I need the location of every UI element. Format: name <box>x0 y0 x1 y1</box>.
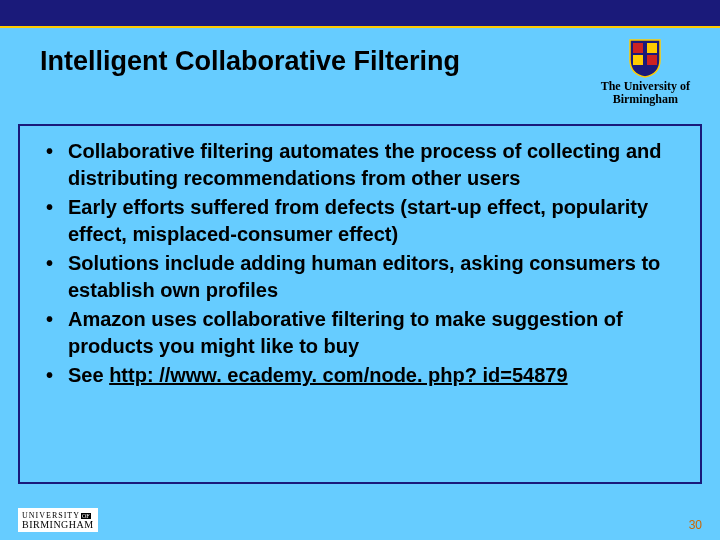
top-bar <box>0 0 720 28</box>
bullet-list: Collaborative filtering automates the pr… <box>40 138 680 389</box>
slide-title: Intelligent Collaborative Filtering <box>40 46 601 77</box>
svg-rect-3 <box>647 55 657 65</box>
svg-rect-2 <box>633 55 643 65</box>
header-row: Intelligent Collaborative Filtering The … <box>0 28 720 116</box>
university-label: The University of Birmingham <box>601 80 690 106</box>
svg-rect-0 <box>633 43 643 53</box>
list-item: Collaborative filtering automates the pr… <box>40 138 680 192</box>
svg-rect-1 <box>647 43 657 53</box>
content-box: Collaborative filtering automates the pr… <box>18 124 702 484</box>
university-line2: Birmingham <box>613 92 678 106</box>
list-item: Amazon uses collaborative filtering to m… <box>40 306 680 360</box>
university-line1: The University of <box>601 79 690 93</box>
list-item: See http: //www. ecademy. com/node. php?… <box>40 362 680 389</box>
crest-icon <box>628 38 662 78</box>
see-prefix: See <box>68 364 109 386</box>
footer-logo: UNIVERSITYOF BIRMINGHAM <box>18 508 98 532</box>
list-item: Solutions include adding human editors, … <box>40 250 680 304</box>
page-number: 30 <box>689 518 702 532</box>
list-item: Early efforts suffered from defects (sta… <box>40 194 680 248</box>
university-block: The University of Birmingham <box>601 38 690 106</box>
footer-logo-line2: BIRMINGHAM <box>22 519 94 530</box>
footer: UNIVERSITYOF BIRMINGHAM 30 <box>18 508 702 532</box>
see-link[interactable]: http: //www. ecademy. com/node. php? id=… <box>109 364 567 386</box>
